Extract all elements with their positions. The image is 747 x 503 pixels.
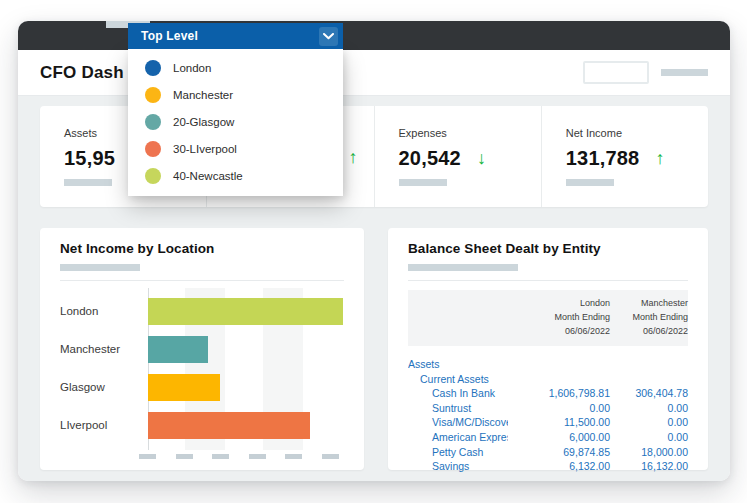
chart-title: Net Income by Location (60, 241, 344, 256)
trend-up-icon: ↑ (655, 149, 664, 167)
account-label: Suntrust (408, 402, 508, 414)
chevron-down-icon[interactable] (319, 27, 338, 46)
dropdown-item-london[interactable]: London (128, 54, 343, 81)
screenshot-stage: CFO Dash Assets 15,95 ↑ (0, 0, 747, 503)
account-label: Savings (408, 460, 508, 472)
entity-color-dot-icon (145, 141, 161, 157)
bar-chart: LondonManchesterGlasgowLIverpool (60, 288, 344, 460)
x-axis-tick-placeholder (176, 454, 193, 459)
value-manchester: 0.00 (610, 431, 688, 443)
divider (408, 280, 688, 281)
entity-color-dot-icon (145, 60, 161, 76)
x-axis-tick-placeholder (285, 454, 302, 459)
account-label: American Express (408, 431, 508, 443)
table-row: Current Assets (408, 371, 688, 386)
entity-color-dot-icon (145, 168, 161, 184)
bar-category-label: Glasgow (60, 374, 105, 401)
value-manchester: 306,404.78 (610, 387, 688, 399)
skeleton-bar (60, 264, 140, 271)
table-title: Balance Sheet Dealt by Entity (408, 241, 688, 256)
x-axis-tick-placeholder (139, 454, 156, 459)
dropdown-item-label: Manchester (173, 89, 233, 101)
skeleton-bar (566, 179, 614, 186)
value-london: 6,132.00 (508, 460, 610, 472)
dropdown-item-label: 40-Newcastle (173, 170, 243, 182)
table-body: AssetsCurrent AssetsCash In Bank1,606,79… (408, 357, 688, 474)
bar-category-label: London (60, 298, 98, 325)
table-row: Visa/MC/Discover11,500.000.00 (408, 415, 688, 430)
table-row: Suntrust0.000.00 (408, 401, 688, 416)
table-row: Cash In Bank1,606,798.81306,404.78 (408, 386, 688, 401)
value-london: 11,500.00 (508, 416, 610, 428)
trend-down-icon: ↓ (477, 149, 486, 167)
dropdown-item-label: 30-LIverpool (173, 143, 237, 155)
account-label: Assets (408, 358, 508, 370)
x-axis-tick-placeholder (212, 454, 229, 459)
balance-sheet-card: Balance Sheet Dealt by Entity London Mon… (388, 228, 708, 470)
column-header-manchester: Manchester Month Ending 06/06/2022 (610, 297, 688, 339)
table-row: Petty Cash69,874.8518,000.00 (408, 444, 688, 459)
skeleton-bar (408, 264, 518, 271)
trend-up-icon: ↑ (349, 148, 358, 166)
bar-glasgow[interactable] (148, 374, 220, 401)
dropdown-item-40-newcastle[interactable]: 40-Newcastle (128, 162, 343, 189)
value-london: 69,874.85 (508, 446, 610, 458)
title-bar: CFO Dash (18, 50, 730, 96)
entity-color-dot-icon (145, 114, 161, 130)
column-header-london: London Month Ending 06/06/2022 (508, 297, 610, 339)
chart-bar-row: Glasgow (60, 374, 344, 401)
dropdown-menu: LondonManchester20-Glasgow30-LIverpool40… (128, 49, 343, 196)
dashboard-content: Assets 15,95 ↑ Expenses 20,542 ↓ (18, 96, 730, 481)
bar-category-label: Manchester (60, 336, 120, 363)
value-london: 1,606,798.81 (508, 387, 610, 399)
account-label: Petty Cash (408, 446, 508, 458)
value-london: 6,000.00 (508, 431, 610, 443)
skeleton-bar (399, 179, 447, 186)
value-manchester: 0.00 (610, 402, 688, 414)
chart-bar-row: London (60, 298, 344, 325)
entity-color-dot-icon (145, 87, 161, 103)
column-header-empty (408, 297, 508, 339)
x-axis-tick-placeholder (322, 454, 339, 459)
dropdown-item-manchester[interactable]: Manchester (128, 81, 343, 108)
table-row: Savings6,132.0016,132.00 (408, 459, 688, 474)
table-row: American Express6,000.000.00 (408, 430, 688, 445)
dropdown-item-label: London (173, 62, 211, 74)
kpi-card-net-income: Net Income 131,788 ↑ (541, 106, 708, 207)
table-header-row: London Month Ending 06/06/2022 Mancheste… (408, 290, 688, 346)
account-label: Cash In Bank (408, 387, 508, 399)
divider (60, 280, 344, 281)
kpi-card-expenses: Expenses 20,542 ↓ (374, 106, 541, 207)
kpi-value: 20,542 (399, 147, 461, 170)
bar-liverpool[interactable] (148, 412, 310, 439)
value-manchester: 0.00 (610, 416, 688, 428)
toolbar (583, 61, 708, 84)
chart-bar-row: LIverpool (60, 412, 344, 439)
net-income-chart-card: Net Income by Location LondonManchesterG… (40, 228, 364, 470)
dropdown-item-label: 20-Glasgow (173, 116, 234, 128)
kpi-value: 131,788 (566, 147, 640, 170)
kpi-label: Expenses (399, 127, 541, 139)
entity-filter-dropdown[interactable]: Top Level (128, 23, 343, 49)
page-title: CFO Dash (40, 63, 124, 83)
value-london: 0.00 (508, 402, 610, 414)
toolbar-skeleton-button[interactable] (583, 61, 649, 84)
toolbar-skeleton-placeholder (661, 69, 708, 76)
bar-manchester[interactable] (148, 336, 208, 363)
dropdown-item-20-glasgow[interactable]: 20-Glasgow (128, 108, 343, 135)
skeleton-bar (64, 179, 112, 186)
x-axis-tick-placeholder (249, 454, 266, 459)
app-window: CFO Dash Assets 15,95 ↑ (18, 21, 730, 481)
kpi-label: Net Income (566, 127, 708, 139)
table-row: Assets (408, 357, 688, 372)
bar-london[interactable] (148, 298, 343, 325)
kpi-value: 15,95 (64, 147, 115, 170)
value-manchester: 18,000.00 (610, 446, 688, 458)
chart-bar-row: Manchester (60, 336, 344, 363)
bar-category-label: LIverpool (60, 412, 107, 439)
account-label: Current Assets (408, 373, 508, 385)
value-manchester: 16,132.00 (610, 460, 688, 472)
dropdown-selected-label: Top Level (141, 29, 198, 43)
dropdown-item-30-liverpool[interactable]: 30-LIverpool (128, 135, 343, 162)
account-label: Visa/MC/Discover (408, 416, 508, 428)
